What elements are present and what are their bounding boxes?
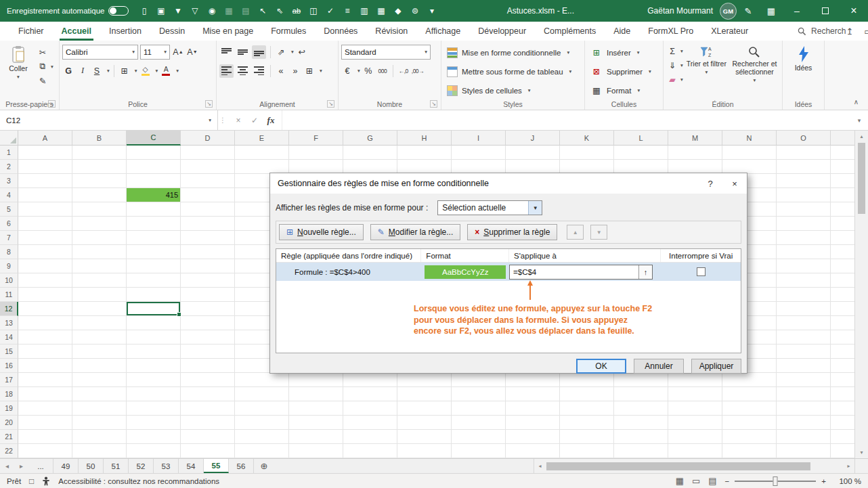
underline-button[interactable]: S <box>91 64 103 78</box>
cell-O15[interactable] <box>777 345 831 359</box>
cell-O2[interactable] <box>777 160 831 174</box>
new-rule-button[interactable]: ⊞ Nouvelle règle... <box>279 224 364 240</box>
cell-B13[interactable] <box>72 316 127 330</box>
cell-D10[interactable] <box>181 273 235 288</box>
maximize-button[interactable] <box>811 0 840 22</box>
cell-B16[interactable] <box>72 359 127 373</box>
column-header-N[interactable]: N <box>722 131 777 146</box>
increase-indent-icon[interactable]: » <box>289 64 301 78</box>
cell-A1[interactable] <box>18 146 72 160</box>
cell-D3[interactable] <box>181 174 235 188</box>
column-header-K[interactable]: K <box>560 131 614 146</box>
filter-icon[interactable]: ▼ <box>169 2 186 20</box>
cell-partial-20[interactable] <box>831 416 854 430</box>
clear-filter-icon[interactable]: ▽ <box>186 2 203 20</box>
ribbon-options-icon[interactable]: ▦ <box>760 0 783 22</box>
cell-D4[interactable] <box>181 188 235 202</box>
cell-O6[interactable] <box>777 217 831 231</box>
cell-B1[interactable] <box>72 146 127 160</box>
cell-partial-10[interactable] <box>831 273 854 288</box>
column-header-O[interactable]: O <box>777 131 831 146</box>
cell-partial-22[interactable] <box>831 444 854 458</box>
cell-D1[interactable] <box>181 146 235 160</box>
cell-B18[interactable] <box>72 387 127 401</box>
cell-B2[interactable] <box>72 160 127 174</box>
cell-M21[interactable] <box>668 430 722 444</box>
cell-N1[interactable] <box>722 146 777 160</box>
cell-H17[interactable] <box>397 373 452 387</box>
share-icon[interactable]: ↥ <box>846 26 853 37</box>
cell-I2[interactable] <box>452 160 506 174</box>
borders-icon[interactable]: ⊞ <box>118 64 131 78</box>
row-header-12[interactable]: 12 <box>0 302 18 316</box>
cell-partial-1[interactable] <box>831 146 854 160</box>
cursor-plus-icon[interactable]: ⇖ <box>271 2 288 20</box>
cell-J1[interactable] <box>506 146 560 160</box>
formula-input[interactable] <box>282 110 850 130</box>
checkmark-icon[interactable]: ✓ <box>322 2 339 20</box>
strikethrough-icon[interactable]: ab <box>288 2 305 20</box>
cell-C5[interactable] <box>127 202 181 217</box>
cell-L2[interactable] <box>614 160 668 174</box>
row-header-19[interactable]: 19 <box>0 401 18 416</box>
cell-G2[interactable] <box>343 160 397 174</box>
cell-O7[interactable] <box>777 231 831 245</box>
cell-J20[interactable] <box>506 416 560 430</box>
cell-C14[interactable] <box>127 330 181 345</box>
collapse-ribbon-icon[interactable]: ∧ <box>854 98 859 106</box>
align-middle-icon[interactable] <box>236 45 250 59</box>
cell-G19[interactable] <box>343 401 397 416</box>
split-view-icon[interactable]: ◫ <box>305 2 322 20</box>
cell-L20[interactable] <box>614 416 668 430</box>
sheet-tab-ellipsis[interactable]: ... <box>28 459 53 473</box>
merge-center-icon[interactable]: ⊞ <box>303 64 316 78</box>
cell-G20[interactable] <box>343 416 397 430</box>
cell-B9[interactable] <box>72 259 127 273</box>
row-header-22[interactable]: 22 <box>0 444 18 458</box>
row-header-3[interactable]: 3 <box>0 174 18 188</box>
cell-O18[interactable] <box>777 387 831 401</box>
cell-C20[interactable] <box>127 416 181 430</box>
row-header-6[interactable]: 6 <box>0 217 18 231</box>
accessibility-icon[interactable] <box>42 476 50 486</box>
fill-color-icon[interactable]: ◇ <box>139 66 152 76</box>
column-header-I[interactable]: I <box>452 131 506 146</box>
cell-E21[interactable] <box>235 430 289 444</box>
cell-partial-6[interactable] <box>831 217 854 231</box>
cell-H22[interactable] <box>397 444 452 458</box>
cell-partial-13[interactable] <box>831 316 854 330</box>
cell-B10[interactable] <box>72 273 127 288</box>
clipboard-dialog-launcher-icon[interactable]: ↘ <box>48 100 56 108</box>
cell-I21[interactable] <box>452 430 506 444</box>
column-header-H[interactable]: H <box>397 131 452 146</box>
cell-D2[interactable] <box>181 160 235 174</box>
cell-A3[interactable] <box>18 174 72 188</box>
cell-M22[interactable] <box>668 444 722 458</box>
page-break-view-icon[interactable]: ▤ <box>708 476 716 486</box>
grid-layout-icon[interactable]: ▦ <box>372 2 389 20</box>
cell-partial-4[interactable] <box>831 188 854 202</box>
edit-mode-icon[interactable]: ✎ <box>737 0 760 22</box>
sheet-nav-left-icon[interactable]: ◂ <box>0 459 14 473</box>
cell-D16[interactable] <box>181 359 235 373</box>
delete-cells-button[interactable]: ⊠ Supprimer ▾ <box>588 63 660 80</box>
align-left-icon[interactable] <box>219 64 234 78</box>
cell-partial-7[interactable] <box>831 231 854 245</box>
cancel-button[interactable]: Annuler <box>634 359 684 374</box>
column-header-J[interactable]: J <box>506 131 560 146</box>
cell-G18[interactable] <box>343 387 397 401</box>
cell-C17[interactable] <box>127 373 181 387</box>
confirm-entry-icon[interactable]: ✓ <box>248 116 261 125</box>
cell-partial-12[interactable] <box>831 302 854 316</box>
cell-A9[interactable] <box>18 259 72 273</box>
cell-O8[interactable] <box>777 245 831 259</box>
cell-C2[interactable] <box>127 160 181 174</box>
cell-N2[interactable] <box>722 160 777 174</box>
cell-F18[interactable] <box>289 387 343 401</box>
zoom-slider[interactable] <box>735 481 816 482</box>
cell-B22[interactable] <box>72 444 127 458</box>
cell-F22[interactable] <box>289 444 343 458</box>
name-box[interactable]: C12 ▾ <box>0 110 218 130</box>
cell-B21[interactable] <box>72 430 127 444</box>
tab-developpeur[interactable]: Développeur <box>469 22 535 41</box>
